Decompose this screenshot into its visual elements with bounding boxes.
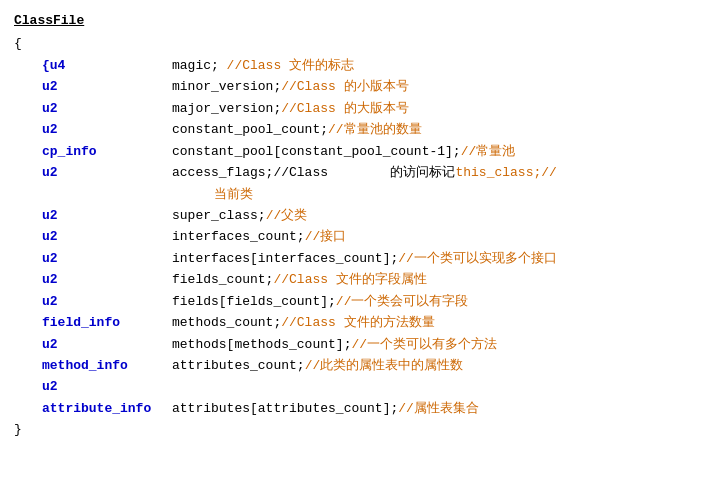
line-this-class-cont: 当前类 (14, 184, 708, 205)
type-u2-5: u2 (42, 205, 172, 226)
desc-constant-pool-count: constant_pool_count;//常量池的数量 (172, 119, 708, 140)
desc-fields-count: fields_count;//Class 文件的字段属性 (172, 269, 708, 290)
type-method-info: method_info (42, 355, 172, 376)
line-u2-alone: u2 (14, 376, 708, 397)
type-u2-4: u2 (42, 162, 172, 183)
line-major-version: u2 major_version;//Class 的大版本号 (14, 98, 708, 119)
desc-minor-version: minor_version;//Class 的小版本号 (172, 76, 708, 97)
close-brace: } (14, 419, 22, 440)
open-brace: { (14, 33, 22, 54)
class-title-line: ClassFile (14, 10, 708, 33)
line-access-flags: u2 access_flags;//Class 的访问标记this_class;… (14, 162, 708, 183)
type-u2-11: u2 (42, 376, 172, 397)
desc-interfaces: interfaces[interfaces_count];//一个类可以实现多个… (172, 248, 708, 269)
desc-u2-alone (172, 376, 708, 397)
close-brace-line: } (14, 419, 708, 440)
desc-super-class: super_class;//父类 (172, 205, 708, 226)
desc-methods: methods[methods_count];//一个类可以有多个方法 (172, 334, 708, 355)
open-brace-line: { (14, 33, 708, 54)
desc-magic: magic; //Class 文件的标志 (172, 55, 708, 76)
type-u2-6: u2 (42, 226, 172, 247)
desc-major-version: major_version;//Class 的大版本号 (172, 98, 708, 119)
desc-current-class: 当前类 (214, 184, 253, 205)
line-interfaces-count: u2 interfaces_count;//接口 (14, 226, 708, 247)
type-u2-10: u2 (42, 334, 172, 355)
line-magic: {u4 magic; //Class 文件的标志 (14, 55, 708, 76)
type-attribute-info: attribute_info (42, 398, 172, 419)
type-u4: {u4 (42, 55, 172, 76)
line-constant-pool-count: u2 constant_pool_count;//常量池的数量 (14, 119, 708, 140)
line-attributes: attribute_info attributes[attributes_cou… (14, 398, 708, 419)
type-u2-9: u2 (42, 291, 172, 312)
type-cp-info: cp_info (42, 141, 172, 162)
line-fields: u2 fields[fields_count];//一个类会可以有字段 (14, 291, 708, 312)
line-constant-pool: cp_info constant_pool[constant_pool_coun… (14, 141, 708, 162)
line-super-class: u2 super_class;//父类 (14, 205, 708, 226)
desc-constant-pool: constant_pool[constant_pool_count-1];//常… (172, 141, 708, 162)
type-field-info: field_info (42, 312, 172, 333)
code-block: ClassFile { {u4 magic; //Class 文件的标志 u2 … (14, 10, 708, 441)
desc-access-flags: access_flags;//Class 的访问标记this_class;// (172, 162, 708, 183)
line-methods-count: field_info methods_count;//Class 文件的方法数量 (14, 312, 708, 333)
type-u2-3: u2 (42, 119, 172, 140)
line-minor-version: u2 minor_version;//Class 的小版本号 (14, 76, 708, 97)
desc-attributes-count: attributes_count;//此类的属性表中的属性数 (172, 355, 708, 376)
line-attributes-count: method_info attributes_count;//此类的属性表中的属… (14, 355, 708, 376)
type-u2-1: u2 (42, 76, 172, 97)
line-methods: u2 methods[methods_count];//一个类可以有多个方法 (14, 334, 708, 355)
type-u2-8: u2 (42, 269, 172, 290)
line-interfaces: u2 interfaces[interfaces_count];//一个类可以实… (14, 248, 708, 269)
type-u2-2: u2 (42, 98, 172, 119)
desc-attributes: attributes[attributes_count];//属性表集合 (172, 398, 708, 419)
type-u2-7: u2 (42, 248, 172, 269)
desc-methods-count: methods_count;//Class 文件的方法数量 (172, 312, 708, 333)
class-title: ClassFile (14, 10, 84, 31)
desc-fields: fields[fields_count];//一个类会可以有字段 (172, 291, 708, 312)
desc-interfaces-count: interfaces_count;//接口 (172, 226, 708, 247)
line-fields-count: u2 fields_count;//Class 文件的字段属性 (14, 269, 708, 290)
